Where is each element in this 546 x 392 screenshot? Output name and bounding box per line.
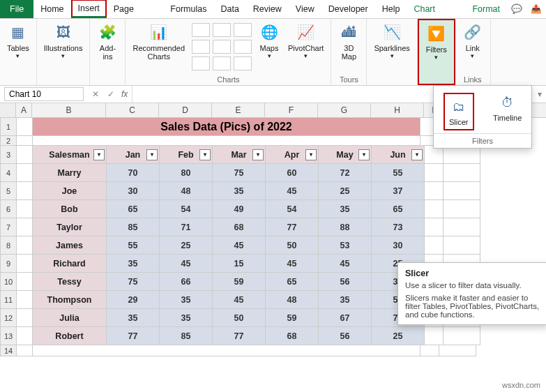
expand-formula-bar-icon[interactable]: ▾	[533, 89, 546, 99]
cell[interactable]	[17, 164, 33, 182]
chart-type-pie[interactable]	[192, 56, 210, 70]
timeline-button[interactable]: ⏱ Timeline	[493, 93, 522, 130]
cell[interactable]	[443, 182, 480, 200]
filter-arrow-icon[interactable]: ▾	[305, 149, 317, 160]
tab-data[interactable]: Data	[213, 0, 245, 18]
data-cell[interactable]: 30	[372, 236, 425, 255]
data-cell[interactable]: 71	[160, 218, 213, 236]
salesman-cell[interactable]: Joe	[33, 182, 107, 200]
addins-button[interactable]: 🧩Add- ins	[93, 20, 122, 62]
data-cell[interactable]: 37	[372, 182, 425, 200]
header-feb[interactable]: Feb▾	[160, 146, 213, 164]
cell[interactable]	[17, 236, 33, 255]
col-A[interactable]: A	[16, 103, 32, 117]
filter-arrow-icon[interactable]: ▾	[358, 149, 370, 160]
share-icon[interactable]: 📤	[526, 0, 546, 18]
data-cell[interactable]: 75	[107, 273, 160, 291]
data-cell[interactable]: 45	[266, 255, 319, 273]
select-all-corner[interactable]	[0, 103, 16, 117]
tab-developer[interactable]: Developer	[321, 0, 375, 18]
col-C[interactable]: C	[106, 103, 159, 117]
cell[interactable]	[443, 236, 480, 255]
cell[interactable]	[425, 218, 443, 236]
salesman-cell[interactable]: Bob	[33, 200, 107, 218]
data-cell[interactable]: 67	[319, 309, 372, 327]
row-5[interactable]: 5	[0, 182, 17, 200]
slicer-button[interactable]: 🗂 Slicer	[443, 93, 474, 130]
cell[interactable]	[443, 164, 480, 182]
cell[interactable]	[17, 200, 33, 218]
cell[interactable]	[443, 327, 480, 345]
maps-button[interactable]: 🌐Maps▾	[255, 20, 284, 61]
recommended-charts-button[interactable]: 📊Recommended Charts	[128, 20, 189, 62]
data-cell[interactable]: 60	[266, 164, 319, 182]
illustrations-button[interactable]: 🖼Illustrations▾	[40, 20, 87, 61]
row-13[interactable]: 13	[0, 327, 17, 345]
cell[interactable]	[443, 218, 480, 236]
data-cell[interactable]: 35	[107, 255, 160, 273]
data-cell[interactable]: 77	[107, 327, 160, 345]
data-cell[interactable]: 15	[213, 255, 266, 273]
filter-arrow-icon[interactable]: ▾	[411, 149, 423, 160]
salesman-cell[interactable]: Tessy	[33, 273, 107, 291]
chart-type-stat[interactable]	[213, 40, 231, 54]
cell[interactable]	[17, 309, 33, 327]
salesman-cell[interactable]: Julia	[33, 309, 107, 327]
filter-arrow-icon[interactable]: ▾	[146, 149, 158, 160]
cell[interactable]	[443, 200, 480, 218]
row-9[interactable]: 9	[0, 255, 17, 273]
data-cell[interactable]: 56	[319, 273, 372, 291]
chart-type-bar[interactable]	[192, 23, 210, 37]
tab-chart-design[interactable]: Chart Design	[407, 0, 465, 18]
data-cell[interactable]: 49	[213, 200, 266, 218]
tab-home[interactable]: Home	[33, 0, 70, 18]
tab-file[interactable]: File	[0, 0, 33, 18]
col-H[interactable]: H	[371, 103, 424, 117]
data-cell[interactable]: 75	[213, 164, 266, 182]
cell[interactable]	[17, 291, 33, 309]
header-mar[interactable]: Mar▾	[213, 146, 266, 164]
data-cell[interactable]: 65	[107, 200, 160, 218]
data-cell[interactable]: 45	[160, 255, 213, 273]
chart-type-area[interactable]	[234, 23, 252, 37]
col-E[interactable]: E	[212, 103, 265, 117]
comments-icon[interactable]: 💬	[507, 0, 526, 18]
row-3[interactable]: 3	[0, 146, 17, 164]
data-cell[interactable]: 68	[213, 218, 266, 236]
salesman-cell[interactable]: Thompson	[33, 291, 107, 309]
tab-help[interactable]: Help	[375, 0, 407, 18]
data-cell[interactable]: 35	[107, 309, 160, 327]
col-B[interactable]: B	[32, 103, 106, 117]
data-cell[interactable]: 55	[107, 236, 160, 255]
data-cell[interactable]: 80	[160, 164, 213, 182]
cell[interactable]	[17, 218, 33, 236]
cell[interactable]	[425, 236, 443, 255]
tab-formulas[interactable]: Formulas	[163, 0, 213, 18]
data-cell[interactable]: 73	[372, 218, 425, 236]
filter-arrow-icon[interactable]: ▾	[93, 149, 105, 160]
data-cell[interactable]: 35	[213, 182, 266, 200]
cell[interactable]	[33, 345, 420, 356]
data-cell[interactable]: 65	[266, 273, 319, 291]
header-jan[interactable]: Jan▾	[107, 146, 160, 164]
salesman-cell[interactable]: Robert	[33, 327, 107, 345]
col-D[interactable]: D	[159, 103, 212, 117]
header-salesman[interactable]: Salesman▾	[33, 146, 107, 164]
data-cell[interactable]: 29	[107, 291, 160, 309]
cell[interactable]	[17, 182, 33, 200]
cell[interactable]	[425, 200, 443, 218]
data-cell[interactable]: 25	[372, 327, 425, 345]
header-apr[interactable]: Apr▾	[266, 146, 319, 164]
data-cell[interactable]: 77	[213, 327, 266, 345]
row-12[interactable]: 12	[0, 309, 17, 327]
cell[interactable]	[420, 345, 439, 356]
tab-review[interactable]: Review	[246, 0, 289, 18]
fx-enter-icon[interactable]: ✓	[103, 89, 119, 99]
row-11[interactable]: 11	[0, 291, 17, 309]
data-cell[interactable]: 25	[160, 236, 213, 255]
salesman-cell[interactable]: Marry	[33, 164, 107, 182]
data-cell[interactable]: 45	[319, 255, 372, 273]
cell[interactable]	[17, 146, 33, 164]
data-cell[interactable]: 48	[160, 182, 213, 200]
data-cell[interactable]: 25	[319, 182, 372, 200]
